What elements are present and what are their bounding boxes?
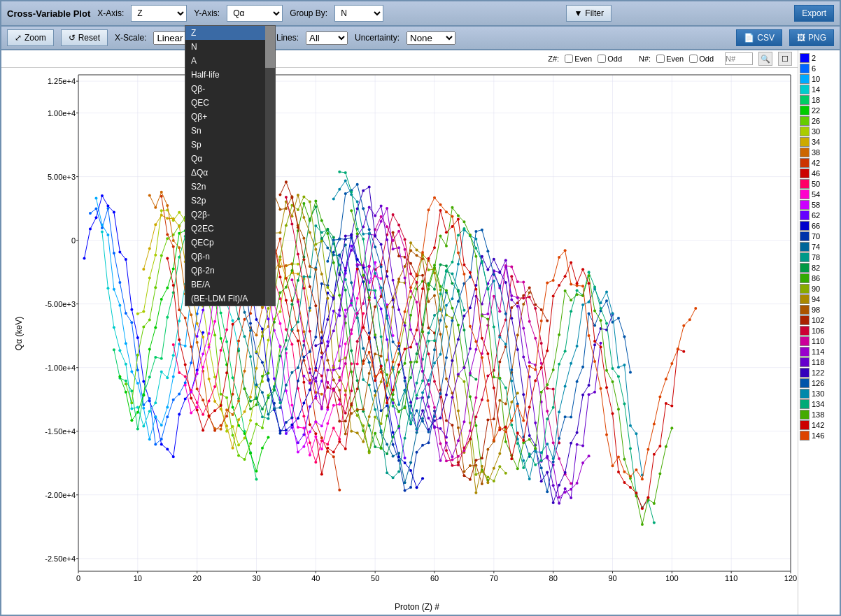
- legend-color-box: [800, 357, 810, 367]
- dropdown-item[interactable]: S2p: [185, 194, 275, 208]
- dropdown-item[interactable]: Z: [185, 26, 275, 40]
- legend-item: 62: [800, 210, 838, 220]
- dropdown-item[interactable]: QEC: [185, 96, 275, 110]
- legend-color-box: [800, 158, 810, 168]
- legend-label: 50: [812, 180, 820, 188]
- dropdown-item[interactable]: Q2EC: [185, 222, 275, 236]
- legend-label: 78: [812, 253, 820, 262]
- legend-label: 118: [812, 358, 824, 366]
- scrollbar-thumb[interactable]: [265, 26, 275, 68]
- legend-label: 98: [812, 306, 820, 314]
- draw-lines-select[interactable]: All None: [306, 31, 348, 45]
- zoom-icon: ⤢: [15, 33, 22, 43]
- legend-color-box: [800, 148, 810, 157]
- uncertainty-select[interactable]: None Error: [407, 31, 455, 45]
- legend-item: 14: [800, 85, 838, 94]
- legend-color-box: [800, 137, 810, 147]
- legend-label: 30: [812, 127, 820, 136]
- x-axis-dropdown[interactable]: ZNAHalf-lifeQβ-QECQβ+SnSpQαΔQαS2nS2pQ2β-…: [185, 25, 276, 306]
- dropdown-item[interactable]: Qβ-: [185, 82, 275, 96]
- dropdown-item[interactable]: Qβ-2n: [185, 264, 275, 278]
- legend-color-box: [800, 305, 810, 315]
- y-axis-select[interactable]: Qα Qβ-: [227, 5, 283, 22]
- legend-color-box: [800, 74, 810, 84]
- csv-button[interactable]: 📄 CSV: [736, 29, 782, 46]
- legend-item: 122: [800, 368, 838, 378]
- dropdown-item[interactable]: ΔQα: [185, 166, 275, 180]
- x-axis-select[interactable]: Z N A: [131, 5, 187, 22]
- filter-button[interactable]: ▼ Filter: [566, 5, 612, 22]
- zoom-button[interactable]: ⤢ Zoom: [7, 29, 54, 46]
- legend-item: 26: [800, 116, 838, 126]
- legend-color-box: [800, 106, 810, 115]
- reset-button[interactable]: ↺ Reset: [61, 29, 108, 46]
- scrollbar-track: [265, 26, 275, 306]
- dropdown-item[interactable]: Sp: [185, 138, 275, 152]
- legend-label: 102: [812, 316, 824, 324]
- dropdown-item[interactable]: N: [185, 40, 275, 54]
- legend-item: 146: [800, 431, 838, 440]
- legend-label: 86: [812, 274, 820, 282]
- toolbar-row2: ⤢ Zoom ↺ Reset X-Scale: Linear Log Y-Sca…: [1, 27, 840, 50]
- legend-label: 54: [812, 190, 820, 199]
- legend-item: 142: [800, 420, 838, 430]
- dropdown-item[interactable]: Qβ-n: [185, 250, 275, 264]
- z-odd-label: Odd: [598, 55, 622, 63]
- legend-label: 146: [812, 431, 824, 440]
- search-icon: 🔍: [761, 55, 770, 64]
- legend-item: 66: [800, 221, 838, 231]
- legend-item: 110: [800, 336, 838, 346]
- legend-item: 70: [800, 231, 838, 241]
- n-even-checkbox[interactable]: [656, 55, 665, 63]
- legend-item: 86: [800, 273, 838, 283]
- legend-label: 62: [812, 211, 820, 220]
- png-button[interactable]: 🖼 PNG: [789, 29, 834, 46]
- legend-item: 106: [800, 326, 838, 336]
- legend-item: 34: [800, 137, 838, 147]
- group-by-select[interactable]: N Z: [334, 5, 383, 22]
- chart-canvas-area[interactable]: [36, 68, 798, 599]
- filter-icon: ▼: [574, 8, 582, 18]
- dropdown-item[interactable]: (BE-LDM Fit)/A: [185, 292, 275, 306]
- legend-item: 130: [800, 389, 838, 399]
- legend-color-box: [800, 326, 810, 336]
- legend-label: 114: [812, 348, 824, 356]
- legend-color-box: [800, 189, 810, 199]
- legend-color-box: [800, 200, 810, 210]
- legend-color-box: [800, 169, 810, 178]
- dropdown-item[interactable]: Qα: [185, 152, 275, 166]
- dropdown-item[interactable]: S2n: [185, 180, 275, 194]
- legend-label: 34: [812, 138, 820, 146]
- export-button[interactable]: Export: [794, 5, 834, 22]
- legend-item: 42: [800, 158, 838, 168]
- x-axis-label: Proton (Z) #: [1, 599, 798, 615]
- legend-label: 126: [812, 379, 824, 387]
- legend-item: 54: [800, 189, 838, 199]
- search-button[interactable]: 🔍: [758, 52, 772, 66]
- chart-wrapper: Qα (keV) Proton (Z) #: [1, 68, 798, 615]
- n-even-label: Even: [656, 55, 684, 63]
- z-even-checkbox[interactable]: [565, 55, 573, 63]
- n-search-input[interactable]: [725, 52, 753, 65]
- legend-item: 114: [800, 347, 838, 357]
- legend-label: 74: [812, 243, 820, 251]
- legend-label: 90: [812, 285, 820, 293]
- legend-color-box: [800, 378, 810, 388]
- z-odd-checkbox[interactable]: [598, 55, 606, 63]
- dropdown-item[interactable]: A: [185, 54, 275, 68]
- dropdown-item[interactable]: Q2β-: [185, 208, 275, 222]
- legend-item: 22: [800, 106, 838, 115]
- chart-settings-button[interactable]: ☐: [778, 52, 792, 66]
- dropdown-item[interactable]: Sn: [185, 124, 275, 138]
- dropdown-item[interactable]: Qβ+: [185, 110, 275, 124]
- legend-color-box: [800, 252, 810, 262]
- dropdown-item[interactable]: BE/A: [185, 278, 275, 292]
- n-odd-checkbox[interactable]: [689, 55, 698, 63]
- dropdown-item[interactable]: QECp: [185, 236, 275, 250]
- dropdown-item[interactable]: Half-life: [185, 68, 275, 82]
- legend-item: 102: [800, 315, 838, 325]
- legend-label: 66: [812, 222, 820, 230]
- legend-color-box: [800, 420, 810, 430]
- legend-color-box: [800, 85, 810, 94]
- group-by-label: Group By:: [290, 8, 327, 18]
